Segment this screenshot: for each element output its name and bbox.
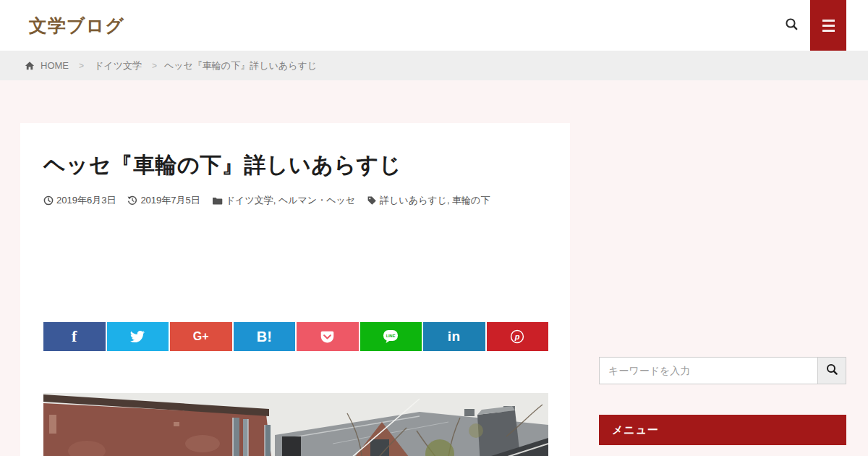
svg-text:LINE: LINE [386, 334, 396, 338]
pinterest-icon: p [509, 329, 525, 345]
updated-date: 2019年7月5日 [127, 194, 200, 207]
line-icon: LINE [381, 328, 400, 345]
breadcrumb-category-link[interactable]: ドイツ文学 [94, 59, 142, 72]
history-icon [127, 195, 137, 206]
post-meta: 2019年6月3日 2019年7月5日 ドイ [43, 194, 550, 207]
share-facebook-button[interactable]: f [43, 322, 106, 351]
published-date: 2019年6月3日 [43, 194, 116, 207]
page: 文学ブログ HOME > ドイツ文学 > ヘッセ『車輪の下』詳しいあらすじ [0, 0, 868, 456]
folder-icon [212, 196, 223, 206]
facebook-icon: f [72, 327, 77, 346]
share-googleplus-button[interactable]: G+ [170, 322, 232, 351]
search-icon [785, 17, 799, 33]
post-categories: ドイツ文学, ヘルマン・ヘッセ [212, 194, 355, 207]
share-line-button[interactable]: LINE [360, 322, 422, 351]
share-twitter-button[interactable] [107, 322, 169, 351]
tag-links[interactable]: 詳しいあらすじ, 車輪の下 [380, 194, 490, 207]
pocket-icon [320, 329, 335, 345]
category-links[interactable]: ドイツ文学, ヘルマン・ヘッセ [226, 194, 355, 207]
google-plus-icon: G+ [193, 330, 209, 343]
updated-date-text: 2019年7月5日 [140, 194, 200, 207]
clock-icon [43, 195, 54, 206]
search-icon [826, 363, 838, 378]
hatena-icon: B! [257, 329, 272, 345]
menu-toggle-button[interactable] [810, 0, 846, 51]
linkedin-icon: in [448, 329, 461, 345]
sidebar-menu-header: メニュー [599, 415, 846, 445]
article-card: ヘッセ『車輪の下』詳しいあらすじ 2019年6月3日 [20, 123, 570, 456]
sidebar: メニュー [599, 357, 846, 445]
breadcrumb-home-link[interactable]: HOME [41, 60, 69, 71]
share-button-row: f G+ B! [43, 322, 548, 351]
share-pocket-button[interactable] [297, 322, 359, 351]
post-tags: 詳しいあらすじ, 車輪の下 [367, 194, 490, 207]
share-linkedin-button[interactable]: in [423, 322, 485, 351]
sidebar-search-input[interactable] [599, 357, 817, 384]
tag-icon [367, 195, 377, 206]
breadcrumb-separator: > [79, 61, 84, 71]
header-search-button[interactable] [777, 11, 806, 40]
breadcrumb-current: ヘッセ『車輪の下』詳しいあらすじ [164, 59, 317, 72]
hamburger-icon [822, 20, 835, 32]
site-header: 文学ブログ [0, 0, 868, 51]
share-hatena-button[interactable]: B! [234, 322, 296, 351]
twitter-icon [130, 329, 145, 344]
svg-text:p: p [514, 332, 520, 341]
site-title[interactable]: 文学ブログ [29, 0, 124, 51]
share-pinterest-button[interactable]: p [487, 322, 549, 351]
sidebar-search [599, 357, 846, 384]
home-icon [25, 61, 35, 71]
breadcrumb: HOME > ドイツ文学 > ヘッセ『車輪の下』詳しいあらすじ [0, 51, 868, 80]
breadcrumb-separator: > [152, 61, 157, 71]
published-date-text: 2019年6月3日 [56, 194, 116, 207]
post-title: ヘッセ『車輪の下』詳しいあらすじ [43, 151, 550, 180]
sidebar-search-button[interactable] [817, 357, 846, 384]
article-hero-image [43, 393, 548, 456]
